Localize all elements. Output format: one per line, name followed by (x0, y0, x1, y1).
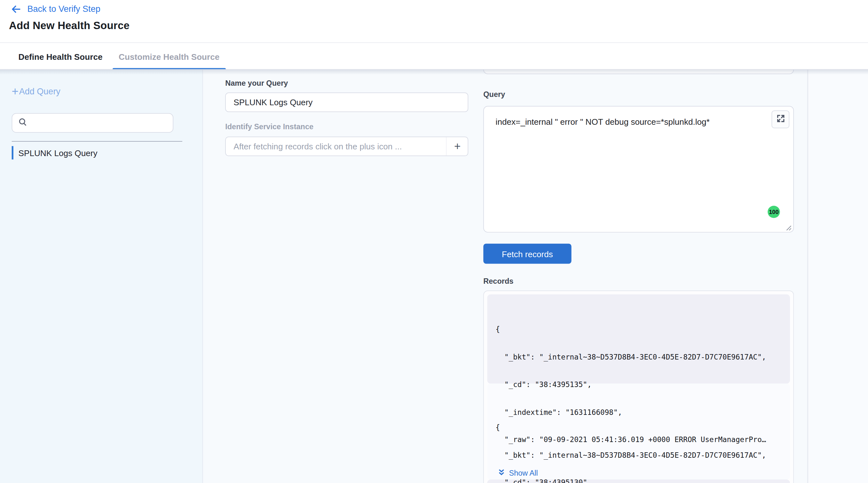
query-item-label: SPLUNK Logs Query (19, 148, 97, 158)
sidebar-item-splunk-logs-query[interactable]: SPLUNK Logs Query (12, 146, 97, 160)
query-text: index=_internal " error " NOT debug sour… (496, 117, 766, 127)
service-instance-field: + (225, 137, 468, 156)
add-service-instance-button[interactable]: + (446, 137, 468, 156)
page-header: Back to Verify Step Add New Health Sourc… (0, 0, 868, 70)
record-count-badge: 100 (768, 206, 780, 218)
tab-bar: Define Health Source Customize Health So… (12, 43, 225, 70)
back-to-verify-step-link[interactable]: Back to Verify Step (11, 3, 100, 15)
plus-icon: + (454, 140, 461, 153)
selected-indicator-bar (12, 146, 13, 160)
resize-handle-icon[interactable] (784, 223, 792, 230)
tab-customize-health-source[interactable]: Customize Health Source (113, 43, 226, 70)
add-health-source-page: + Add Query SPLUNK Logs Query Name your … (0, 0, 868, 483)
tab-define-health-source[interactable]: Define Health Source (12, 43, 108, 70)
records-container: { "_bkt": "_internal~38~D537D8B4-3EC0-4D… (483, 291, 794, 483)
back-arrow-icon (11, 5, 21, 13)
expand-query-button[interactable] (771, 110, 789, 128)
page-title: Add New Health Source (9, 20, 129, 32)
page-right-margin (808, 70, 868, 483)
query-search-input[interactable] (12, 113, 173, 133)
query-label: Query (483, 90, 505, 98)
tabbar-border (0, 69, 868, 70)
search-icon (19, 117, 28, 129)
expand-icon (776, 114, 785, 125)
content-area: + Add Query SPLUNK Logs Query Name your … (0, 70, 868, 483)
identify-service-instance-label: Identify Service Instance (225, 122, 313, 131)
name-your-query-label: Name your Query (225, 79, 288, 88)
query-name-input[interactable] (225, 92, 468, 112)
plus-icon: + (12, 86, 19, 97)
add-query-button[interactable]: + Add Query (12, 86, 60, 97)
add-query-label: Add Query (19, 86, 60, 96)
query-textarea[interactable]: index=_internal " error " NOT debug sour… (483, 106, 794, 233)
sidebar-divider (12, 141, 182, 142)
records-label: Records (483, 277, 513, 285)
record-card: { "_bkt": "_internal~38~D537D8B4-3EC0-4D… (487, 294, 790, 384)
service-instance-input[interactable] (225, 137, 468, 156)
fetch-records-button[interactable]: Fetch records (483, 244, 571, 264)
query-sidebar: + Add Query SPLUNK Logs Query (0, 70, 203, 483)
